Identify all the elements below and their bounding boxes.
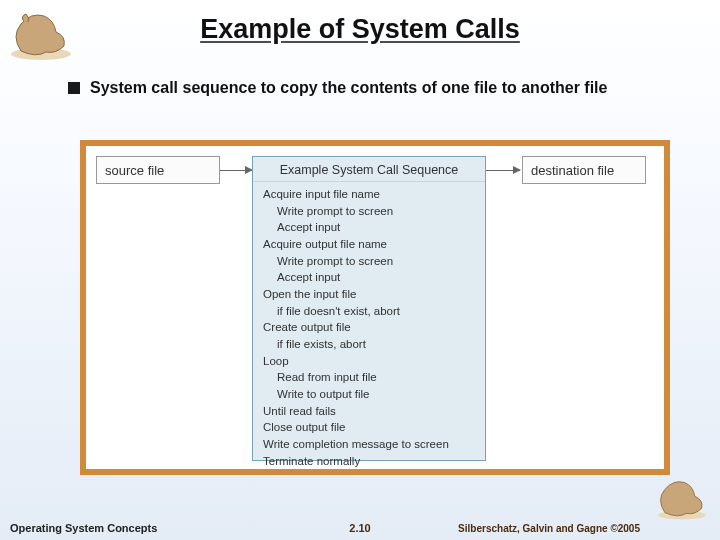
step: Write prompt to screen — [263, 253, 477, 270]
arrow-right-icon — [220, 170, 252, 171]
arrow-right-icon — [486, 170, 520, 171]
step: if file doesn't exist, abort — [263, 303, 477, 320]
bullet-item: System call sequence to copy the content… — [68, 79, 720, 97]
footer-slide-number: 2.10 — [349, 522, 370, 534]
dinosaur-logo-top — [6, 6, 76, 61]
step: Read from input file — [263, 369, 477, 386]
step: Terminate normally — [263, 453, 477, 470]
sequence-body: Acquire input file name Write prompt to … — [253, 182, 485, 475]
destination-file-box: destination file — [522, 156, 646, 184]
step: Write completion message to screen — [263, 436, 477, 453]
sequence-box: Example System Call Sequence Acquire inp… — [252, 156, 486, 461]
step: if file exists, abort — [263, 336, 477, 353]
dinosaur-logo-bottom — [652, 474, 712, 522]
step: Until read fails — [263, 403, 477, 420]
step: Accept input — [263, 269, 477, 286]
bullet-text: System call sequence to copy the content… — [90, 79, 607, 97]
step: Open the input file — [263, 286, 477, 303]
dinosaur-icon — [652, 474, 712, 521]
square-bullet-icon — [68, 82, 80, 94]
step: Acquire input file name — [263, 186, 477, 203]
sequence-title: Example System Call Sequence — [253, 157, 485, 182]
footer-book-title: Operating System Concepts — [10, 522, 157, 534]
slide-title: Example of System Calls — [0, 14, 720, 45]
step: Create output file — [263, 319, 477, 336]
step: Write prompt to screen — [263, 203, 477, 220]
footer-authors: Silberschatz, Galvin and Gagne ©2005 — [458, 523, 640, 534]
figure-frame: source file Example System Call Sequence… — [80, 140, 670, 475]
step: Loop — [263, 353, 477, 370]
step: Acquire output file name — [263, 236, 477, 253]
step: Write to output file — [263, 386, 477, 403]
dinosaur-icon — [6, 6, 76, 61]
source-file-box: source file — [96, 156, 220, 184]
step: Close output file — [263, 419, 477, 436]
figure-canvas: source file Example System Call Sequence… — [86, 146, 664, 469]
step: Accept input — [263, 219, 477, 236]
